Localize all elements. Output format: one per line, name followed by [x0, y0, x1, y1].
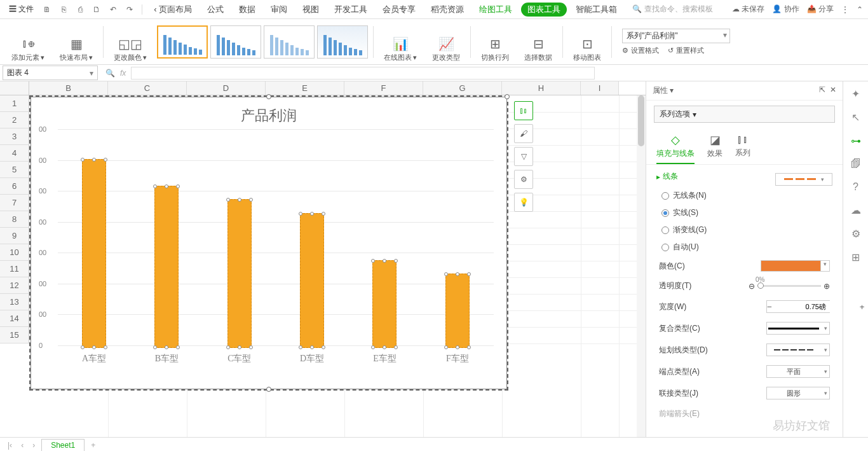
col-header[interactable]: D — [187, 81, 266, 95]
row-header[interactable]: 10 — [0, 244, 29, 261]
chart-preset-2[interactable] — [210, 25, 261, 59]
tab-smart-toolbox[interactable]: 智能工具箱 — [569, 1, 623, 18]
zoom-fx-icon[interactable]: 🔍 — [105, 69, 115, 78]
col-header[interactable]: E — [266, 81, 344, 95]
change-type-button[interactable]: 📈 更改类型 — [427, 22, 465, 62]
series-options-dropdown[interactable]: 系列选项 ▾ — [654, 106, 835, 123]
tab-resources[interactable]: 稻壳资源 — [424, 1, 470, 18]
chart-bar[interactable] — [300, 213, 324, 349]
col-header[interactable]: B — [29, 81, 108, 95]
col-header[interactable]: F — [344, 81, 423, 95]
chart-title[interactable]: 产品利润 — [31, 97, 506, 129]
line-style-preview[interactable]: ▾ — [775, 173, 832, 186]
tab-effect[interactable]: ◪效果 — [707, 133, 722, 164]
chart-settings-button[interactable]: ⚙ — [514, 170, 533, 189]
dash-dropdown[interactable] — [766, 343, 830, 356]
unsaved-indicator[interactable]: ☁ 未保存 — [732, 4, 764, 15]
color-picker[interactable] — [761, 260, 821, 272]
row-header[interactable]: 5 — [0, 162, 29, 178]
row-header[interactable]: 15 — [0, 327, 29, 343]
tab-view[interactable]: 视图 — [296, 1, 325, 18]
redo-icon[interactable]: ↷ — [123, 3, 137, 17]
row-header[interactable]: 4 — [0, 145, 29, 162]
spreadsheet-grid[interactable]: B C D E F G H I 123456789101112131415 产品… — [0, 81, 646, 437]
chart-preset-4[interactable] — [317, 25, 368, 59]
select-all-corner[interactable] — [0, 81, 29, 95]
tab-draw-tools[interactable]: 绘图工具 — [473, 1, 519, 18]
resize-handle[interactable] — [266, 387, 271, 392]
row-header[interactable]: 8 — [0, 211, 29, 228]
preview-icon[interactable]: 🗋 — [90, 3, 104, 17]
sheet-tab[interactable]: Sheet1 — [41, 439, 85, 451]
close-icon[interactable]: ✕ — [830, 85, 836, 94]
name-box[interactable]: 图表 4▾ — [3, 66, 98, 80]
col-header[interactable]: I — [581, 81, 619, 95]
file-menu[interactable]: ☰ 文件 — [5, 2, 37, 17]
undo-icon[interactable]: ↶ — [106, 3, 120, 17]
tab-nav-next[interactable]: › — [30, 441, 37, 450]
tab-series[interactable]: ⫿⫾系列 — [735, 133, 750, 164]
chart-bar[interactable] — [372, 260, 397, 348]
chart-elements-button[interactable]: ⫿⫾ — [514, 101, 533, 120]
chart-object[interactable]: 产品利润 000000000000000A车型B车型C车型D车型E车型F车型 ⫿… — [31, 97, 507, 389]
tab-review[interactable]: 审阅 — [264, 1, 294, 18]
tab-nav-first[interactable]: |‹ — [5, 441, 15, 450]
col-header[interactable]: H — [502, 81, 581, 95]
radio-no-line[interactable]: 无线条(N) — [656, 187, 832, 204]
chart-bar[interactable] — [227, 199, 252, 348]
tab-data[interactable]: 数据 — [233, 1, 262, 18]
move-chart-button[interactable]: ⊡ 移动图表 — [568, 22, 606, 62]
chart-plot-area[interactable]: 000000000000000A车型B车型C车型D车型E车型F车型 — [44, 129, 494, 364]
reset-style-button[interactable]: ↺ 重置样式 — [668, 46, 704, 55]
row-header[interactable]: 12 — [0, 277, 29, 294]
rail-gear-icon[interactable]: ⚙ — [851, 228, 860, 240]
rail-ai-icon[interactable]: ✦ — [851, 88, 860, 100]
col-header[interactable]: G — [423, 81, 502, 95]
more-icon[interactable]: ⋮ — [841, 5, 849, 14]
radio-gradient-line[interactable]: 渐变线(G) — [656, 221, 832, 239]
width-spinner[interactable]: −+ — [766, 300, 830, 313]
row-header[interactable]: 7 — [0, 195, 29, 211]
rail-select-icon[interactable]: ↖ — [851, 111, 860, 123]
row-header[interactable]: 2 — [0, 112, 29, 128]
collapse-icon[interactable]: ⌃ — [857, 5, 863, 14]
tab-fill-line[interactable]: ◇填充与线条 — [656, 133, 695, 164]
chart-bar[interactable] — [82, 159, 106, 349]
tab-chart-tools[interactable]: 图表工具 — [521, 3, 567, 17]
vertical-scrollbar[interactable] — [637, 95, 646, 437]
rail-help-icon[interactable]: ? — [853, 181, 858, 193]
save-icon[interactable]: 🗎 — [40, 3, 54, 17]
collab-button[interactable]: 👤 协作 — [772, 4, 799, 15]
online-chart-button[interactable]: 📊 在线图表 ▾ — [379, 22, 422, 62]
cap-dropdown[interactable]: 平面 — [766, 365, 830, 378]
pin-icon[interactable]: ⇱ — [819, 85, 825, 94]
chart-bar[interactable] — [154, 186, 179, 348]
switch-rc-button[interactable]: ⊞ 切换行列 — [476, 22, 514, 62]
share-button[interactable]: 📤 分享 — [807, 4, 834, 15]
join-dropdown[interactable]: 圆形 — [766, 387, 830, 399]
tab-nav-prev[interactable]: ‹ — [18, 441, 26, 450]
row-header[interactable]: 14 — [0, 310, 29, 327]
add-element-button[interactable]: ⫾⊕ 添加元素 ▾ — [6, 22, 50, 62]
row-header[interactable]: 1 — [0, 95, 29, 112]
change-color-button[interactable]: ◱◲ 更改颜色 ▾ — [109, 22, 152, 62]
tab-member[interactable]: 会员专享 — [376, 1, 422, 18]
row-header[interactable]: 9 — [0, 228, 29, 244]
chart-bar[interactable] — [445, 274, 470, 348]
rail-more-icon[interactable]: ⊞ — [851, 251, 860, 263]
add-sheet-button[interactable]: + — [88, 441, 98, 450]
select-data-button[interactable]: ⊟ 选择数据 — [519, 22, 557, 62]
formula-bar[interactable] — [131, 67, 595, 80]
command-search[interactable]: 🔍 查找命令、搜索模板 — [632, 4, 712, 15]
transparency-slider[interactable]: ⊖0%⊕ — [749, 282, 830, 291]
chart-brush-button[interactable]: 🖌 — [514, 124, 533, 143]
line-section-title[interactable]: ▸ 线条 — [656, 171, 678, 182]
chart-preset-3[interactable] — [264, 25, 315, 59]
tab-page-layout[interactable]: ‹ 页面布局 — [147, 1, 198, 18]
rail-settings-icon[interactable]: ⊶ — [851, 135, 861, 147]
open-icon[interactable]: ⎘ — [57, 3, 71, 17]
print-icon[interactable]: ⎙ — [73, 3, 87, 17]
chart-tips-button[interactable]: 💡 — [514, 193, 533, 212]
resize-handle[interactable] — [266, 94, 271, 99]
tab-formula[interactable]: 公式 — [201, 1, 230, 18]
